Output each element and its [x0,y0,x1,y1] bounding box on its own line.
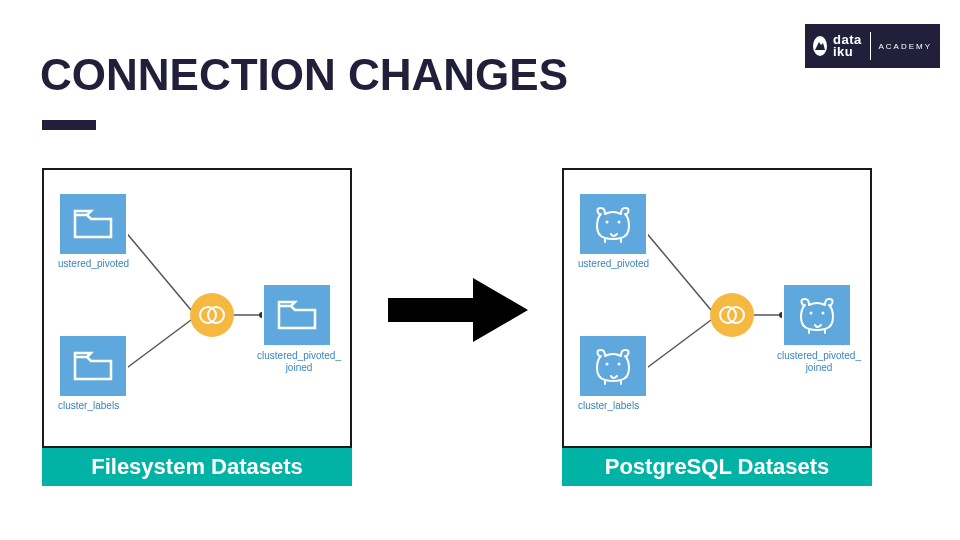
dataset-node-filesystem-input2 [58,334,128,398]
dataset-node-postgres-output [782,283,852,347]
dataset-node-filesystem-input1 [58,192,128,256]
node-label: cluster_labels [578,400,639,411]
brand-logo-icon [813,36,827,56]
join-recipe-icon [710,293,754,337]
node-label: cluster_labels [58,400,119,411]
slide: data iku ACADEMY CONNECTION CHANGES uste… [0,0,960,540]
node-label: ustered_pivoted [578,258,649,269]
brand-badge: data iku ACADEMY [805,24,940,68]
svg-point-20 [810,312,813,315]
node-label: clustered_pivoted_joined clustered_pivot… [254,350,344,374]
brand-divider [870,32,871,60]
svg-line-8 [644,230,711,310]
caption-postgresql: PostgreSQL Datasets [562,448,872,486]
dataset-node-filesystem-output [262,283,332,347]
svg-point-14 [606,221,609,224]
dataset-node-postgres-input1 [578,192,648,256]
elephant-icon [591,204,635,244]
slide-title: CONNECTION CHANGES [40,50,568,100]
elephant-icon [591,346,635,386]
svg-line-2 [124,320,191,370]
svg-line-0 [124,230,191,310]
arrow-icon [378,270,538,350]
elephant-icon [795,295,839,335]
folder-icon [73,207,113,241]
panel-filesystem: ustered_pivoted cluster_labels clustered… [42,168,352,448]
join-recipe-icon [190,293,234,337]
node-label: ustered_pivoted [58,258,129,269]
svg-point-17 [618,363,621,366]
brand-wordmark: data iku [833,34,862,57]
panel-postgresql: ustered_pivoted cluster_labels [562,168,872,448]
svg-point-16 [606,363,609,366]
caption-filesystem: Filesystem Datasets [42,448,352,486]
svg-point-21 [822,312,825,315]
svg-line-10 [644,320,711,370]
brand-line2: iku [833,46,862,58]
node-label: clustered_pivoted_joined clustered_pivot… [774,350,864,374]
folder-icon [73,349,113,383]
folder-icon [277,298,317,332]
dataset-node-postgres-input2 [578,334,648,398]
brand-academy: ACADEMY [878,42,932,51]
svg-point-15 [618,221,621,224]
title-underline [42,120,96,130]
